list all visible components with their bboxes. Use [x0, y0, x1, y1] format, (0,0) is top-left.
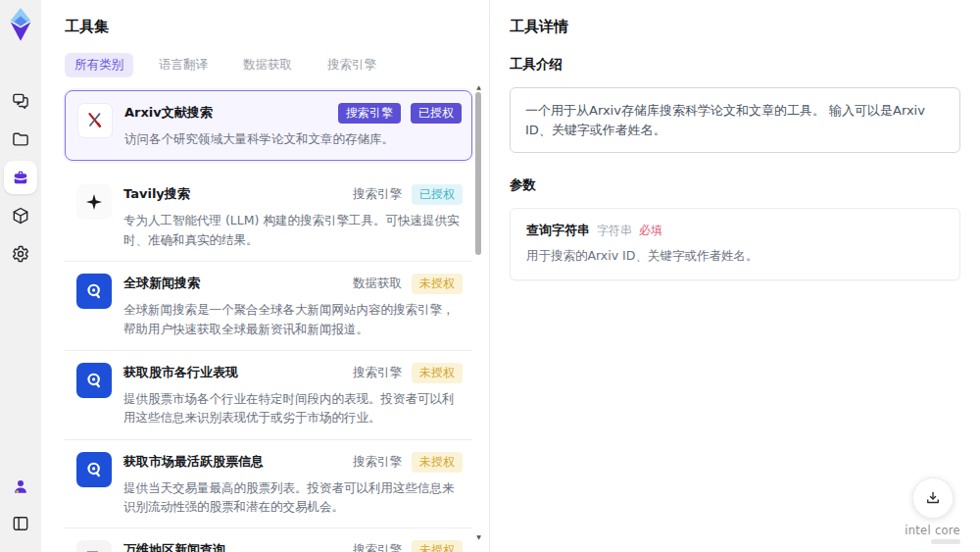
parameter-header: 查询字符串 字符串 必填 [526, 222, 944, 239]
tool-name: 获取市场最活跃股票信息 [123, 452, 264, 471]
tool-badges: 搜索引擎 已授权 [338, 103, 462, 124]
tool-card-2[interactable]: 全球新闻搜索 数据获取 未授权 全球新闻搜索是一个聚合全球各大新闻网站内容的搜索… [65, 262, 472, 351]
params-section-title: 参数 [510, 176, 960, 194]
tool-badges: 搜索引擎 未授权 [353, 540, 463, 552]
settings-icon[interactable] [4, 237, 37, 271]
arxiv-icon [77, 103, 113, 138]
tab-2[interactable]: 数据获取 [233, 53, 302, 77]
blueq-icon [76, 274, 112, 309]
tool-card-5[interactable]: 万维地区新闻查询 搜索引擎 未授权 查询具体行政区划内的新闻，快速了解各地新闻动 [65, 528, 472, 552]
folder-icon[interactable] [4, 123, 37, 156]
tool-name: Arxiv文献搜索 [124, 103, 213, 122]
tool-card-0[interactable]: Arxiv文献搜索 搜索引擎 已授权 访问各个研究领域大量科学论文和文章的存储库… [65, 90, 472, 161]
tool-details-panel: 工具详情 工具介绍 一个用于从Arxiv存储库搜索科学论文和文章的工具。 输入可… [490, 0, 980, 552]
tool-description: 提供股票市场各个行业在特定时间段内的表现。投资者可以利用这些信息来识别表现优于或… [123, 389, 463, 427]
user-icon[interactable] [4, 470, 37, 503]
tool-auth-badge: 未授权 [412, 274, 463, 294]
parameter-type: 字符串 [597, 223, 632, 239]
tool-card-1[interactable]: Tavily搜索 搜索引擎 已授权 专为人工智能代理 (LLM) 构建的搜索引擎… [65, 173, 472, 262]
tab-3[interactable]: 搜索引擎 [318, 53, 386, 77]
parameter-card: 查询字符串 字符串 必填 用于搜索的Arxiv ID、关键字或作者姓名。 [510, 208, 960, 280]
tool-description: 访问各个研究领域大量科学论文和文章的存储库。 [124, 129, 462, 148]
category-tabs: 所有类别语言翻译数据获取搜索引擎 [65, 53, 471, 77]
scrollbar-thumb[interactable] [475, 92, 481, 255]
tool-description: 专为人工智能代理 (LLM) 构建的搜索引擎工具。可快速提供实时、准确和真实的结… [123, 211, 463, 249]
tool-badges: 搜索引擎 未授权 [353, 452, 463, 473]
tool-category-badge: 搜索引擎 [353, 454, 402, 471]
star-icon [76, 184, 112, 220]
tool-auth-badge: 未授权 [412, 363, 463, 383]
tool-description: 全球新闻搜索是一个聚合全球各大新闻网站内容的搜索引擎，帮助用户快速获取全球最新资… [123, 300, 463, 338]
tool-category-badge: 搜索引擎 [353, 365, 402, 381]
toolset-panel: 工具集 所有类别语言翻译数据获取搜索引擎 Arxiv文献搜索 搜索引擎 已授权 … [41, 0, 490, 552]
panel-toggle-icon[interactable] [4, 507, 37, 540]
sidebar-nav [4, 79, 37, 276]
tool-category-badge: 搜索引擎 [353, 542, 402, 552]
tool-badges: 数据获取 未授权 [353, 274, 463, 294]
tool-badges: 搜索引擎 已授权 [353, 184, 463, 205]
intel-core-logo-subline [931, 539, 960, 544]
details-title: 工具详情 [510, 18, 960, 36]
tool-auth-badge: 已授权 [412, 184, 463, 205]
tool-list: Arxiv文献搜索 搜索引擎 已授权 访问各个研究领域大量科学论文和文章的存储库… [65, 90, 472, 552]
tab-0[interactable]: 所有类别 [65, 53, 133, 77]
toolset-title: 工具集 [65, 18, 471, 36]
tool-name: 万维地区新闻查询 [123, 540, 225, 552]
tool-auth-badge: 未授权 [412, 452, 463, 473]
tool-auth-badge: 已授权 [411, 103, 462, 124]
tool-list-scrollbar[interactable]: ▲ ▼ [474, 84, 483, 540]
left-sidebar [0, 0, 41, 552]
tool-category-badge: 搜索引擎 [338, 103, 401, 124]
download-icon [924, 489, 942, 507]
parameter-description: 用于搜索的Arxiv ID、关键字或作者姓名。 [526, 248, 944, 265]
toolbox-icon[interactable] [4, 161, 37, 194]
intel-core-logo: intel core [905, 524, 960, 537]
tool-card-4[interactable]: 获取市场最活跃股票信息 搜索引擎 未授权 提供当天交易量最高的股票列表。投资者可… [65, 440, 472, 529]
chat-icon[interactable] [4, 84, 37, 118]
blueq-icon [76, 363, 112, 398]
tool-name: Tavily搜索 [123, 184, 190, 203]
tool-name: 全球新闻搜索 [123, 274, 200, 292]
app-logo [6, 7, 35, 42]
parameter-required-badge: 必填 [639, 223, 662, 239]
tool-card-3[interactable]: 获取股市各行业表现 搜索引擎 未授权 提供股票市场各个行业在特定时间段内的表现。… [65, 351, 472, 440]
tool-category-badge: 搜索引擎 [353, 186, 402, 203]
tool-category-badge: 数据获取 [353, 276, 402, 292]
download-button[interactable] [912, 477, 954, 519]
tool-description: 提供当天交易量最高的股票列表。投资者可以利用这些信息来识别流动性强的股票和潜在的… [123, 478, 463, 517]
tool-intro-box: 一个用于从Arxiv存储库搜索科学论文和文章的工具。 输入可以是Arxiv ID… [510, 87, 960, 153]
app-window: 工具集 所有类别语言翻译数据获取搜索引擎 Arxiv文献搜索 搜索引擎 已授权 … [0, 0, 980, 552]
cube-icon[interactable] [4, 199, 37, 232]
scrollbar-down-arrow[interactable]: ▼ [474, 534, 483, 540]
scrollbar-up-arrow[interactable]: ▲ [474, 84, 483, 90]
corner-widgets: intel core [905, 477, 960, 544]
tab-1[interactable]: 语言翻译 [149, 53, 218, 77]
intro-section-title: 工具介绍 [510, 56, 960, 74]
tool-auth-badge: 未授权 [412, 540, 463, 552]
news-icon [76, 540, 112, 552]
tool-name: 获取股市各行业表现 [123, 363, 238, 381]
parameter-name: 查询字符串 [526, 222, 590, 239]
sidebar-bottom [4, 468, 37, 542]
blueq-icon [76, 452, 112, 487]
tool-badges: 搜索引擎 未授权 [353, 363, 463, 383]
